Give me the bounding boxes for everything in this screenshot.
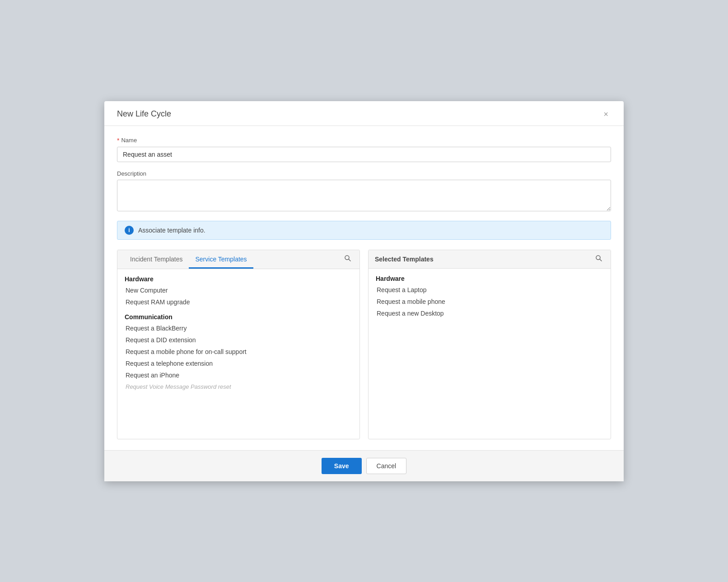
- search-icon: [595, 255, 602, 262]
- selected-category-hardware: Hardware: [376, 275, 603, 282]
- category-hardware: Hardware: [125, 275, 352, 283]
- left-panel-header: Incident Templates Service Templates: [117, 250, 359, 269]
- name-input[interactable]: [117, 147, 611, 162]
- close-button[interactable]: ×: [601, 109, 611, 119]
- list-item[interactable]: Request a DID extension: [125, 334, 352, 346]
- list-item[interactable]: Request an iPhone: [125, 369, 352, 381]
- tab-incident-templates[interactable]: Incident Templates: [124, 250, 189, 269]
- info-icon: i: [125, 226, 134, 235]
- list-item[interactable]: Request a mobile phone: [376, 296, 603, 307]
- dialog-footer: Save Cancel: [104, 450, 624, 481]
- info-banner: i Associate template info.: [117, 221, 611, 240]
- info-banner-text: Associate template info.: [138, 227, 205, 234]
- cancel-button[interactable]: Cancel: [366, 458, 407, 474]
- list-item[interactable]: Request a new Desktop: [376, 307, 603, 319]
- search-icon: [344, 255, 351, 262]
- dialog-title: New Life Cycle: [117, 109, 171, 119]
- svg-line-1: [349, 259, 350, 261]
- svg-line-3: [600, 259, 602, 261]
- left-panel: Incident Templates Service Templates Har…: [117, 250, 360, 439]
- tab-service-templates[interactable]: Service Templates: [189, 250, 253, 269]
- right-panel-search-button[interactable]: [593, 253, 604, 265]
- right-panel-body: Hardware Request a Laptop Request a mobi…: [369, 269, 611, 324]
- right-panel: Selected Templates Hardware Request a La…: [368, 250, 611, 439]
- right-panel-header: Selected Templates: [369, 250, 611, 269]
- panel-tabs: Incident Templates Service Templates: [124, 250, 253, 269]
- list-item[interactable]: Request a mobile phone for on-call suppo…: [125, 346, 352, 358]
- category-communication: Communication: [125, 313, 352, 321]
- name-label: * Name: [117, 137, 611, 144]
- left-panel-body: Hardware New Computer Request RAM upgrad…: [117, 269, 359, 397]
- dialog: New Life Cycle × * Name Description i As…: [104, 101, 624, 481]
- description-label: Description: [117, 170, 611, 177]
- list-item[interactable]: Request a telephone extension: [125, 358, 352, 369]
- required-star: *: [117, 137, 119, 144]
- list-item[interactable]: Request a Laptop: [376, 284, 603, 296]
- panels-row: Incident Templates Service Templates Har…: [117, 250, 611, 439]
- dialog-header: New Life Cycle ×: [104, 101, 624, 126]
- dialog-body: * Name Description i Associate template …: [104, 126, 624, 450]
- name-field-group: * Name: [117, 137, 611, 162]
- list-item[interactable]: Request a BlackBerry: [125, 322, 352, 334]
- left-panel-search-button[interactable]: [342, 253, 353, 265]
- list-item[interactable]: Request RAM upgrade: [125, 296, 352, 308]
- description-field-group: Description: [117, 170, 611, 213]
- list-item[interactable]: Request Voice Message Password reset: [125, 381, 352, 392]
- list-item[interactable]: New Computer: [125, 284, 352, 296]
- save-button[interactable]: Save: [322, 458, 362, 474]
- description-input[interactable]: [117, 180, 611, 211]
- selected-panel-title: Selected Templates: [375, 250, 434, 268]
